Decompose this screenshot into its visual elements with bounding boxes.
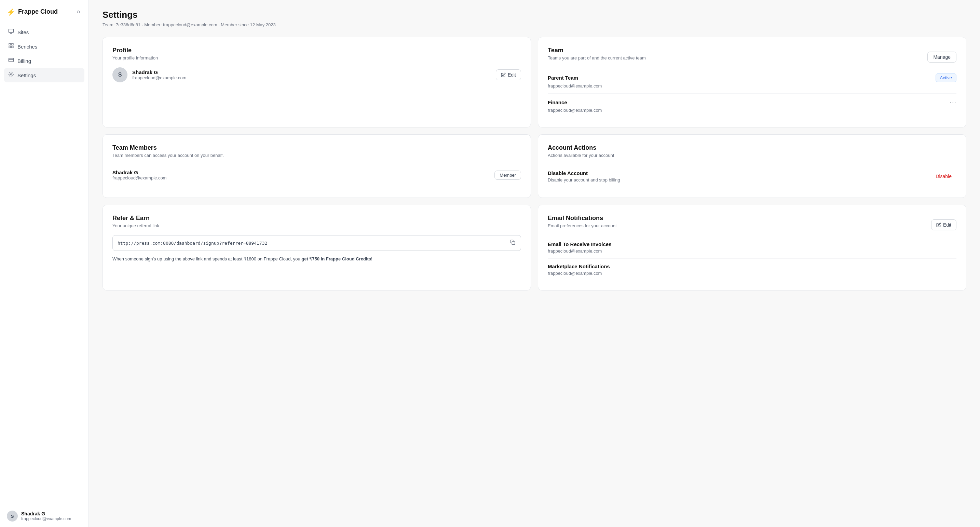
team-row-finance-header: Finance ··· xyxy=(548,99,956,106)
profile-card-subtitle: Your profile information xyxy=(113,56,521,61)
notif-marketplace-email: frappecloud@example.com xyxy=(548,271,956,276)
sidebar-logo-area: ⚡ Frappe Cloud ○ xyxy=(0,0,89,22)
edit-button-label: Edit xyxy=(508,72,516,78)
finance-team-options-button[interactable]: ··· xyxy=(950,99,956,106)
notif-row-invoices: Email To Receive Invoices frappecloud@ex… xyxy=(548,237,956,259)
member-email: frappecloud@example.com xyxy=(113,175,166,180)
finance-team-email: frappecloud@example.com xyxy=(548,108,956,113)
account-actions-subtitle: Actions available for your account xyxy=(548,153,956,158)
refer-earn-card: Refer & Earn Your unique referral link h… xyxy=(102,205,531,290)
team-card-title: Team xyxy=(548,47,646,54)
profile-email: frappecloud@example.com xyxy=(132,75,491,80)
search-button[interactable]: ○ xyxy=(75,7,82,17)
page-meta: Team: 7e336d6e81 · Member: frappecloud@e… xyxy=(102,22,966,27)
profile-info: Shadrak G frappecloud@example.com xyxy=(132,69,491,80)
referral-desc-suffix: ! xyxy=(371,256,372,261)
app-name: Frappe Cloud xyxy=(18,8,58,15)
sidebar-item-billing[interactable]: Billing xyxy=(4,54,84,68)
sidebar-item-billing-label: Billing xyxy=(18,58,31,64)
team-members-subtitle: Team members can access your account on … xyxy=(113,153,521,158)
parent-team-email: frappecloud@example.com xyxy=(548,83,956,89)
sidebar-item-benches-label: Benches xyxy=(18,44,37,49)
referral-desc-highlight: get ₹750 in Frappe Cloud Credits xyxy=(301,256,371,261)
disable-account-desc: Disable your account and stop billing xyxy=(548,177,620,183)
svg-rect-4 xyxy=(12,43,13,45)
account-actions-card: Account Actions Actions available for yo… xyxy=(538,134,966,198)
edit-notif-label: Edit xyxy=(943,222,951,228)
edit-notif-icon xyxy=(936,223,941,227)
sidebar-item-sites[interactable]: Sites xyxy=(4,25,84,39)
copy-referral-button[interactable] xyxy=(509,239,516,247)
disable-account-title: Disable Account xyxy=(548,170,620,176)
user-name: Shadrak G xyxy=(21,511,71,516)
edit-icon xyxy=(501,72,506,77)
team-card-title-group: Team Teams you are part of and the curre… xyxy=(548,47,646,67)
profile-avatar: S xyxy=(113,67,127,82)
email-notifications-card: Email Notifications Email preferences fo… xyxy=(538,205,966,290)
member-info: Shadrak G frappecloud@example.com xyxy=(113,169,166,180)
edit-notifications-button[interactable]: Edit xyxy=(931,220,956,230)
manage-team-button[interactable]: Manage xyxy=(928,52,956,62)
user-avatar: S xyxy=(7,511,18,522)
team-members-title: Team Members xyxy=(113,144,521,151)
svg-rect-6 xyxy=(12,46,13,48)
notif-invoices-title: Email To Receive Invoices xyxy=(548,241,956,247)
app-logo: ⚡ Frappe Cloud xyxy=(7,8,58,16)
member-name: Shadrak G xyxy=(113,169,166,175)
sidebar-item-sites-label: Sites xyxy=(18,29,29,35)
notif-row-marketplace: Marketplace Notifications frappecloud@ex… xyxy=(548,259,956,280)
sidebar-item-settings[interactable]: Settings xyxy=(4,68,84,82)
email-notif-title: Email Notifications xyxy=(548,215,617,222)
email-notif-subtitle: Email preferences for your account xyxy=(548,223,617,228)
sidebar-nav: Sites Benches Billing Settings xyxy=(0,22,89,505)
notif-invoices-email: frappecloud@example.com xyxy=(548,248,956,253)
account-actions-title: Account Actions xyxy=(548,144,956,151)
parent-team-name: Parent Team xyxy=(548,75,578,81)
referral-description: When someone sign's up using the above l… xyxy=(113,256,521,263)
copy-icon xyxy=(510,240,515,245)
disable-account-info: Disable Account Disable your account and… xyxy=(548,170,620,183)
svg-rect-0 xyxy=(8,29,13,32)
profile-row: S Shadrak G frappecloud@example.com Edit xyxy=(113,67,521,82)
svg-rect-10 xyxy=(512,242,515,245)
team-card-subtitle: Teams you are part of and the current ac… xyxy=(548,56,646,61)
referral-url: http://press.com:8080/dashboard/signup?r… xyxy=(118,240,506,246)
benches-icon xyxy=(8,43,14,50)
email-notif-title-group: Email Notifications Email preferences fo… xyxy=(548,215,617,235)
team-card-header: Team Teams you are part of and the curre… xyxy=(548,47,956,67)
notif-marketplace-title: Marketplace Notifications xyxy=(548,263,956,269)
team-members-card: Team Members Team members can access you… xyxy=(102,134,531,198)
user-info: Shadrak G frappecloud@example.com xyxy=(21,511,71,521)
team-card: Team Teams you are part of and the curre… xyxy=(538,37,966,127)
refer-earn-subtitle: Your unique referral link xyxy=(113,223,521,228)
refer-earn-title: Refer & Earn xyxy=(113,215,521,222)
finance-team-name: Finance xyxy=(548,99,567,105)
sites-icon xyxy=(8,29,14,36)
page-title: Settings xyxy=(102,10,966,20)
member-role-badge: Member xyxy=(495,170,521,180)
sidebar-footer: S Shadrak G frappecloud@example.com xyxy=(0,505,89,527)
profile-card-title: Profile xyxy=(113,47,521,54)
sidebar-item-settings-label: Settings xyxy=(18,72,36,78)
logo-icon: ⚡ xyxy=(7,8,15,16)
svg-rect-5 xyxy=(9,46,11,48)
edit-profile-button[interactable]: Edit xyxy=(496,69,521,80)
settings-icon xyxy=(8,72,14,79)
svg-rect-3 xyxy=(9,43,11,45)
team-row-finance: Finance ··· frappecloud@example.com xyxy=(548,94,956,118)
profile-name: Shadrak G xyxy=(132,69,491,75)
team-row-parent: Parent Team Active frappecloud@example.c… xyxy=(548,69,956,94)
sidebar: ⚡ Frappe Cloud ○ Sites Benches Billing xyxy=(0,0,89,527)
member-row: Shadrak G frappecloud@example.com Member xyxy=(113,165,521,185)
sidebar-item-benches[interactable]: Benches xyxy=(4,39,84,54)
referral-link-row: http://press.com:8080/dashboard/signup?r… xyxy=(113,235,521,251)
billing-icon xyxy=(8,57,14,65)
main-content: Settings Team: 7e336d6e81 · Member: frap… xyxy=(89,0,980,527)
referral-desc-prefix: When someone sign's up using the above l… xyxy=(113,256,301,261)
active-badge: Active xyxy=(935,73,956,82)
disable-account-button[interactable]: Disable xyxy=(931,171,956,182)
svg-point-9 xyxy=(10,73,12,75)
svg-rect-7 xyxy=(8,59,13,62)
user-email: frappecloud@example.com xyxy=(21,516,71,521)
team-row-parent-header: Parent Team Active xyxy=(548,73,956,82)
